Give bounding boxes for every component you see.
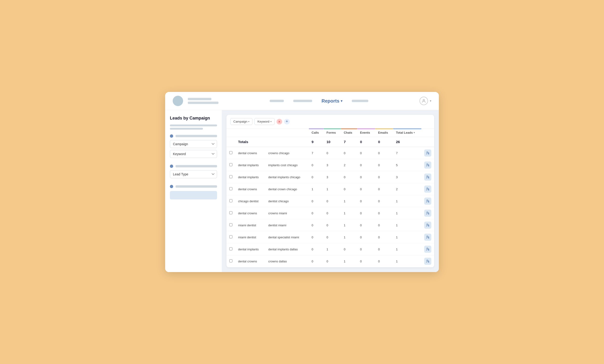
row-detail-button[interactable] — [424, 149, 431, 157]
row-calls: 0 — [309, 255, 324, 267]
keyword-filter-button[interactable]: Keyword ▾ — [254, 118, 275, 125]
col-emails-header: Emails — [375, 129, 393, 137]
row-emails: 0 — [375, 207, 393, 219]
svg-point-6 — [428, 177, 429, 178]
row-checkbox-cell[interactable] — [226, 219, 235, 231]
row-checkbox-cell[interactable] — [226, 231, 235, 243]
row-chats: 1 — [341, 255, 357, 267]
row-forms: 0 — [324, 207, 341, 219]
row-checkbox[interactable] — [229, 259, 232, 262]
row-total: 1 — [393, 255, 421, 267]
row-events: 0 — [357, 183, 375, 195]
nav-item-1 — [270, 100, 284, 102]
row-detail-button[interactable] — [424, 173, 431, 181]
row-chats: 0 — [341, 183, 357, 195]
row-checkbox-cell[interactable] — [226, 243, 235, 255]
row-action-cell — [421, 231, 434, 243]
row-events: 0 — [357, 147, 375, 159]
row-campaign: dental implants — [235, 243, 265, 255]
row-forms: 3 — [324, 171, 341, 183]
row-checkbox-cell[interactable] — [226, 183, 235, 195]
svg-point-2 — [428, 153, 429, 154]
row-checkbox-cell[interactable] — [226, 171, 235, 183]
row-forms: 1 — [324, 183, 341, 195]
user-avatar-icon[interactable] — [419, 97, 428, 105]
row-checkbox-cell[interactable] — [226, 255, 235, 267]
sidebar-dot-3 — [170, 185, 173, 188]
col-chats-header: Chats — [341, 129, 357, 137]
row-keyword: dental crown chicago — [265, 183, 309, 195]
row-checkbox[interactable] — [229, 211, 232, 214]
row-keyword: dental implants chicago — [265, 171, 309, 183]
main-layout: Leads by Campaign Campaign Keyword — [165, 110, 439, 272]
row-checkbox[interactable] — [229, 163, 232, 166]
campaign-filter-button[interactable]: Campaign ▾ — [230, 118, 252, 125]
row-detail-button[interactable] — [424, 161, 431, 169]
table-row: dental crowns crowns chicago 7 0 0 0 0 7 — [226, 147, 434, 159]
sidebar-dot-2 — [170, 165, 173, 168]
col-forms-header: Forms — [324, 129, 341, 137]
row-detail-button[interactable] — [424, 185, 431, 193]
keyword-select[interactable]: Keyword — [170, 150, 217, 158]
row-action-cell — [421, 219, 434, 231]
table-row: miami dentist dental specialist miami 0 … — [226, 231, 434, 243]
table-row: miami dentist dentist miami 0 0 1 0 0 1 — [226, 219, 434, 231]
row-checkbox[interactable] — [229, 199, 232, 202]
reports-title[interactable]: Reports ▾ — [322, 98, 343, 104]
row-checkbox[interactable] — [229, 223, 232, 226]
row-events: 0 — [357, 231, 375, 243]
row-action-cell — [421, 159, 434, 171]
row-total: 5 — [393, 159, 421, 171]
row-calls: 0 — [309, 207, 324, 219]
keyword-filter-label: Keyword — [257, 120, 269, 123]
avatar — [173, 96, 183, 106]
svg-point-14 — [428, 225, 429, 226]
row-checkbox[interactable] — [229, 235, 232, 238]
svg-point-3 — [427, 164, 428, 165]
row-detail-button[interactable] — [424, 234, 431, 241]
svg-point-4 — [428, 165, 429, 166]
row-chats: 0 — [341, 171, 357, 183]
row-checkbox-cell[interactable] — [226, 207, 235, 219]
row-checkbox[interactable] — [229, 247, 232, 250]
row-detail-button[interactable] — [424, 258, 431, 265]
row-detail-button[interactable] — [424, 222, 431, 229]
row-checkbox-cell[interactable] — [226, 147, 235, 159]
row-checkbox-cell[interactable] — [226, 195, 235, 207]
row-checkbox[interactable] — [229, 175, 232, 178]
row-detail-button[interactable] — [424, 210, 431, 217]
campaign-select[interactable]: Campaign — [170, 140, 217, 148]
lead-type-select[interactable]: Lead Type — [170, 170, 217, 178]
filter-add-button[interactable]: + — [284, 119, 290, 124]
sidebar-dot-1 — [170, 134, 173, 138]
svg-point-7 — [427, 188, 428, 189]
row-checkbox[interactable] — [229, 151, 232, 154]
row-detail-button[interactable] — [424, 198, 431, 205]
row-action-cell — [421, 183, 434, 195]
row-campaign: dental crowns — [235, 207, 265, 219]
col-total-header[interactable]: Total Leads ▾ — [393, 129, 421, 137]
row-chats: 2 — [341, 159, 357, 171]
row-action-cell — [421, 147, 434, 159]
totals-forms: 10 — [324, 137, 341, 147]
row-calls: 0 — [309, 243, 324, 255]
col-action-header — [421, 129, 434, 137]
row-events: 0 — [357, 195, 375, 207]
row-keyword: crowns miami — [265, 207, 309, 219]
content-area: Campaign ▾ Keyword ▾ × + — [222, 110, 439, 272]
table-row: dental implants dental implants chicago … — [226, 171, 434, 183]
header-right: ▾ — [419, 97, 431, 105]
row-checkbox[interactable] — [229, 187, 232, 190]
row-events: 0 — [357, 207, 375, 219]
sidebar-divider-1 — [170, 124, 217, 126]
filter-close-button[interactable]: × — [277, 119, 282, 124]
row-checkbox-cell[interactable] — [226, 159, 235, 171]
sidebar-title: Leads by Campaign — [170, 116, 217, 121]
sidebar-section-2: Lead Type — [170, 165, 217, 180]
totals-total: 26 — [393, 137, 421, 147]
row-keyword: dental specialist miami — [265, 231, 309, 243]
row-detail-button[interactable] — [424, 246, 431, 253]
row-keyword: implants cost chicago — [265, 159, 309, 171]
sidebar-section-3 — [170, 185, 217, 199]
row-action-cell — [421, 243, 434, 255]
